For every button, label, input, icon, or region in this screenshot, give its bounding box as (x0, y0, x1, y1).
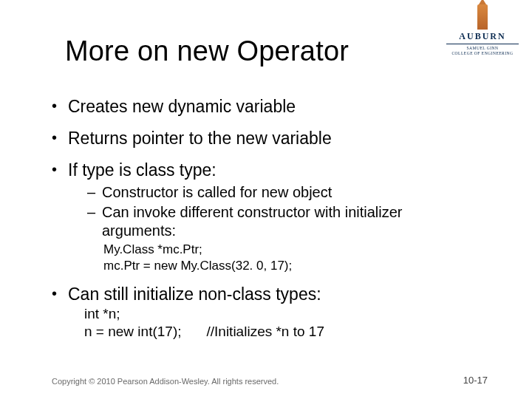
code-line-2b: n = new int(17);//Initializes *n to 17 (84, 323, 480, 341)
bullet-2: Returns pointer to the new variable (52, 128, 480, 149)
logo-name: AUBURN (442, 31, 523, 42)
code-block-2: int *n; n = new int(17);//Initializes *n… (84, 305, 480, 341)
logo-divider (446, 44, 519, 44)
code-line-1b: mc.Ptr = new My.Class(32. 0, 17); (103, 258, 480, 273)
code-2b-right: //Initializes *n to 17 (207, 324, 324, 339)
code-block-1: My.Class *mc.Ptr; mc.Ptr = new My.Class(… (103, 242, 480, 273)
slide-title: More on new Operator (0, 35, 414, 67)
sub-bullet-1: Constructor is called for new object (87, 183, 480, 202)
logo-sub1: SAMUEL GINN (442, 46, 523, 51)
code-2b-left: n = new int(17); (84, 324, 182, 339)
bullet-4: Can still initialize non-class types: in… (52, 284, 480, 341)
code-line-2a: int *n; (84, 305, 480, 324)
bullet-3: If type is class type: Constructor is ca… (52, 160, 480, 273)
slide: More on new Operator AUBURN SAMUEL GINN … (0, 0, 532, 399)
bullet-list: Creates new dynamic variable Returns poi… (52, 96, 480, 341)
slide-body: Creates new dynamic variable Returns poi… (52, 96, 480, 352)
code-line-1a: My.Class *mc.Ptr; (103, 242, 480, 257)
sub-bullet-list: Constructor is called for new object Can… (87, 183, 480, 240)
auburn-logo: AUBURN SAMUEL GINN COLLEGE OF ENGINEERIN… (442, 4, 523, 56)
copyright-text: Copyright © 2010 Pearson Addison-Wesley.… (52, 377, 279, 386)
page-number: 10-17 (463, 375, 488, 386)
tower-icon (477, 4, 488, 30)
bullet-3-text: If type is class type: (68, 160, 216, 180)
logo-sub2: COLLEGE OF ENGINEERING (442, 51, 523, 56)
bullet-1: Creates new dynamic variable (52, 96, 480, 117)
sub-bullet-2: Can invoke different constructor with in… (87, 203, 480, 240)
bullet-4-text: Can still initialize non-class types: (68, 284, 321, 304)
